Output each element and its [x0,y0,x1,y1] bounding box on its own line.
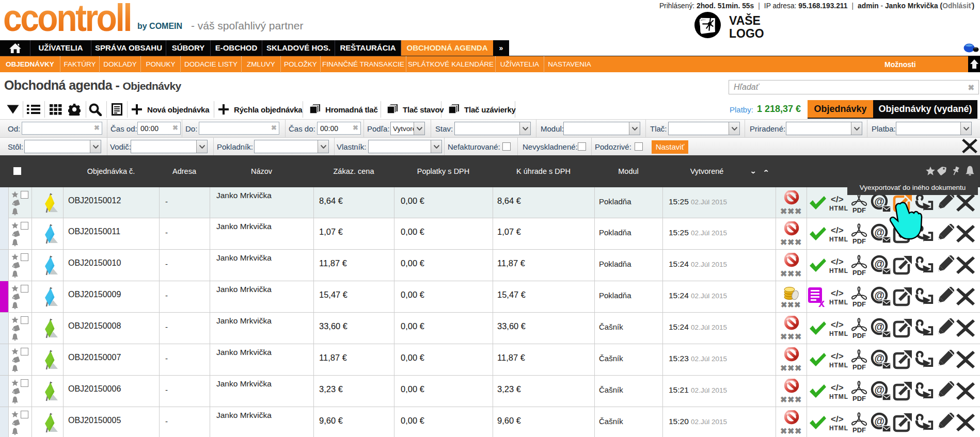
svg-text:✖: ✖ [787,332,794,341]
svg-text:✖: ✖ [794,300,801,309]
svg-text:x: x [818,297,825,307]
svg-text:</>: </> [831,320,844,330]
svg-text:✖: ✖ [795,207,801,215]
svg-text:@: @ [874,415,884,427]
svg-text:@: @ [874,196,884,207]
svg-text:</>: </> [831,351,844,361]
svg-text:@: @ [874,226,884,238]
svg-text:HTML: HTML [829,299,848,306]
svg-text:✖: ✖ [787,238,794,246]
svg-text:@: @ [874,321,884,332]
svg-text:✖: ✖ [795,427,801,435]
svg-text:</>: </> [831,414,844,424]
svg-text:✖: ✖ [795,269,801,278]
svg-text:</>: </> [831,383,844,393]
svg-text:@: @ [874,258,884,269]
svg-text:✖: ✖ [780,238,787,246]
svg-text:HTML: HTML [829,425,848,432]
svg-text:✖: ✖ [795,364,801,372]
svg-text:HTML: HTML [829,330,848,337]
svg-text:✖: ✖ [787,364,794,372]
svg-text:✖: ✖ [780,427,787,435]
svg-text:✖: ✖ [780,395,787,403]
svg-text:HTML: HTML [829,205,848,212]
svg-text:✖: ✖ [781,300,787,309]
svg-text:✖: ✖ [787,269,794,278]
svg-text:HTML: HTML [829,362,848,369]
svg-text:✖: ✖ [780,269,787,278]
svg-text:✖: ✖ [787,207,794,215]
svg-text:✖: ✖ [787,427,794,435]
svg-text:PDF: PDF [852,426,866,433]
svg-text:PDF: PDF [852,300,866,307]
svg-text:HTML: HTML [829,267,848,274]
svg-text:PDF: PDF [852,395,866,401]
svg-text:PDF: PDF [852,332,866,338]
svg-text:✖: ✖ [780,364,787,372]
svg-text:@: @ [874,352,884,364]
svg-text:</>: </> [831,225,844,235]
svg-text:PDF: PDF [852,237,866,244]
svg-text:PDF: PDF [852,269,866,276]
svg-text:✖: ✖ [787,300,794,309]
svg-text:</>: </> [831,257,844,267]
svg-text:HTML: HTML [829,236,848,243]
svg-text:✖: ✖ [780,207,787,215]
svg-text:PDF: PDF [852,206,866,213]
svg-text:✖: ✖ [795,395,801,403]
svg-text:PDF: PDF [852,363,866,370]
svg-text:HTML: HTML [829,393,848,400]
svg-text:@: @ [874,384,884,395]
svg-text:✖: ✖ [780,332,787,341]
svg-text:</>: </> [831,288,844,298]
svg-text:✖: ✖ [787,395,794,403]
svg-text:✖: ✖ [795,332,801,341]
svg-text:</>: </> [831,195,844,204]
svg-text:@: @ [874,289,884,301]
svg-text:✖: ✖ [795,238,801,246]
